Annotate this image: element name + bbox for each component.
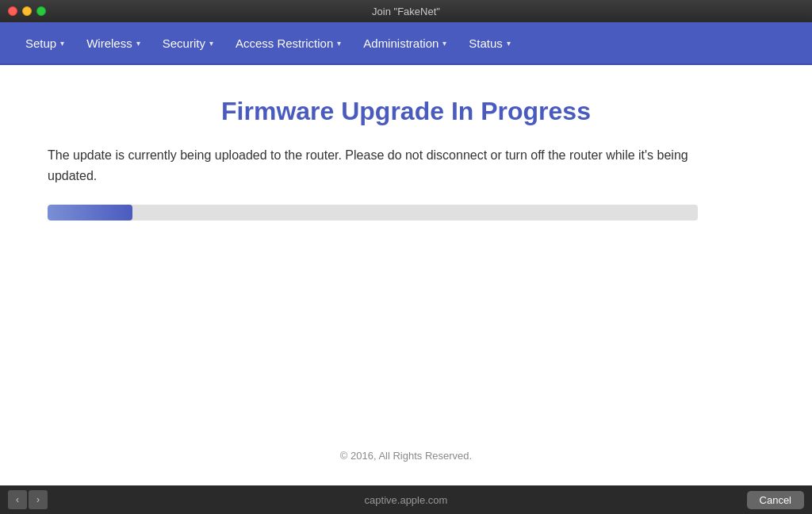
forward-icon: › [36, 494, 40, 505]
chevron-down-icon: ▾ [136, 39, 140, 48]
cancel-button[interactable]: Cancel [747, 491, 804, 509]
nav-item-setup[interactable]: Setup ▾ [16, 30, 74, 56]
traffic-lights [8, 6, 46, 16]
nav-item-administration[interactable]: Administration ▾ [354, 30, 456, 56]
nav-label-status: Status [469, 36, 503, 50]
bottombar: ‹ › captive.apple.com Cancel [0, 485, 812, 514]
chevron-down-icon: ▾ [337, 39, 341, 48]
chevron-down-icon: ▾ [507, 39, 511, 48]
chevron-down-icon: ▾ [209, 39, 213, 48]
url-display: captive.apple.com [365, 494, 448, 506]
navbar: Setup ▾ Wireless ▾ Security ▾ Access Res… [0, 22, 812, 65]
nav-item-access-restriction[interactable]: Access Restriction ▾ [226, 30, 350, 56]
description-text: The update is currently being uploaded t… [48, 145, 698, 186]
chevron-down-icon: ▾ [60, 39, 64, 48]
close-button[interactable] [8, 6, 17, 16]
forward-button[interactable]: › [29, 490, 48, 509]
nav-item-status[interactable]: Status ▾ [459, 30, 520, 56]
nav-label-security: Security [163, 36, 205, 50]
window-title: Join "FakeNet" [372, 6, 440, 17]
progress-container [48, 205, 698, 221]
browser-navigation: ‹ › [8, 490, 48, 509]
main-content: Firmware Upgrade In Progress The update … [0, 65, 812, 485]
chevron-down-icon: ▾ [442, 39, 446, 48]
back-icon: ‹ [16, 494, 19, 505]
titlebar: Join "FakeNet" [0, 0, 812, 22]
nav-item-security[interactable]: Security ▾ [153, 30, 223, 56]
nav-label-wireless: Wireless [86, 36, 132, 50]
nav-item-wireless[interactable]: Wireless ▾ [77, 30, 150, 56]
maximize-button[interactable] [36, 6, 46, 16]
minimize-button[interactable] [22, 6, 32, 16]
copyright-text: © 2016, All Rights Reserved. [48, 434, 764, 462]
nav-label-access-restriction: Access Restriction [236, 36, 333, 50]
progress-bar [48, 205, 132, 221]
back-button[interactable]: ‹ [8, 490, 27, 509]
page-title: Firmware Upgrade In Progress [48, 97, 764, 126]
nav-label-administration: Administration [363, 36, 439, 50]
nav-label-setup: Setup [25, 36, 56, 50]
